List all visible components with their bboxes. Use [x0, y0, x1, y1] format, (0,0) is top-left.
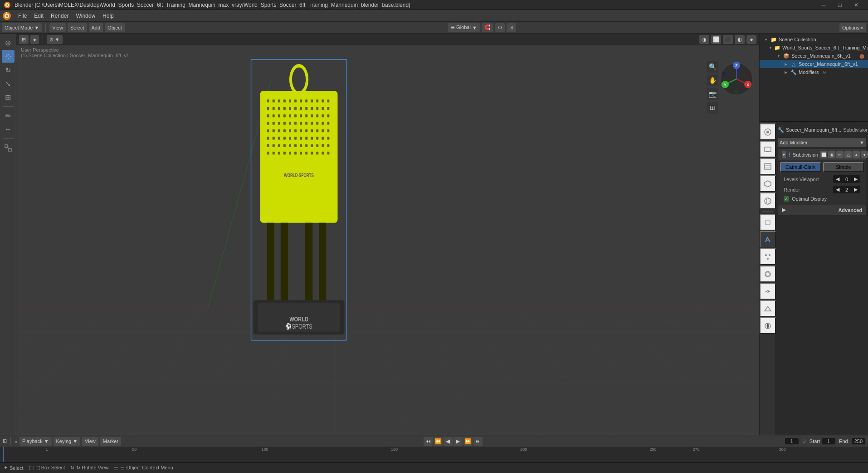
grid-view-button[interactable]: ⊞ — [707, 102, 718, 113]
outliner-modifiers[interactable]: ▶ 🔧 Modifiers ⊙ — [760, 68, 868, 76]
outliner-mesh-object[interactable]: ▶ △ Soccer_Mannequin_6ft_v1 — [760, 60, 868, 68]
menu-edit[interactable]: Edit — [30, 11, 47, 21]
view-menu-button[interactable]: View — [49, 23, 66, 32]
catmull-clark-button[interactable]: Catmull-Clark — [780, 162, 821, 172]
jump-start-button[interactable]: ⏮ — [424, 437, 433, 446]
transform-tool[interactable]: ⊞ — [2, 91, 15, 103]
add-menu-button[interactable]: Add — [89, 23, 103, 32]
editor-type-button[interactable]: ⊞ — [19, 35, 29, 44]
jump-end-button[interactable]: ⏭ — [473, 437, 483, 446]
tick-100: 100 — [262, 447, 268, 452]
start-frame-display[interactable]: 1 — [822, 438, 835, 444]
viewport-shading-solid[interactable]: ● — [30, 35, 39, 44]
camera-button[interactable]: 📷 — [707, 88, 718, 100]
menu-file[interactable]: File — [15, 11, 30, 21]
move-tool[interactable] — [2, 50, 15, 63]
modifier-icon-button[interactable]: 🔧 — [778, 125, 784, 135]
add-modifier-button[interactable]: Add Modifier ▼ — [778, 138, 866, 147]
levels-viewport-value[interactable]: ◀ 0 ▶ — [833, 175, 860, 183]
timeline-view-button[interactable]: View — [82, 437, 98, 446]
simple-button[interactable]: Simple — [823, 162, 864, 172]
current-frame-display[interactable]: 1 — [785, 438, 799, 444]
close-button[interactable]: ✕ — [848, 0, 864, 10]
optimal-display-checkbox[interactable]: ✓ — [784, 196, 789, 202]
menu-help[interactable]: Help — [99, 11, 117, 21]
prop-tab-modifier[interactable] — [760, 231, 776, 247]
measure-tool[interactable]: ↔ — [2, 123, 15, 136]
outliner-world-sports-collection[interactable]: ▼ 📁 World_Sports_Soccer_6ft_Training_Man… — [760, 44, 868, 52]
tick-250: 250 — [650, 447, 657, 452]
prop-tab-render[interactable] — [760, 123, 776, 140]
search-viewport-button[interactable]: 🔍 — [707, 61, 718, 73]
play-reverse-button[interactable]: ◀ — [444, 437, 453, 446]
marker-button[interactable]: Marker — [100, 437, 121, 446]
modifier-realtime-button[interactable]: ⬜ — [820, 151, 827, 158]
proportional-edit-button[interactable]: ⊙ — [495, 23, 505, 32]
modifier-edit-button[interactable]: ✏ — [836, 151, 844, 158]
global-button[interactable]: ⊕ Global ▼ — [448, 23, 480, 32]
prop-tab-scene[interactable] — [760, 175, 776, 192]
play-button[interactable]: ▶ — [454, 437, 463, 446]
modifier-expand-button[interactable]: ▼ — [782, 151, 786, 158]
svg-rect-114 — [289, 144, 291, 147]
prop-tab-constraints[interactable] — [760, 283, 776, 299]
prop-tab-output[interactable] — [760, 141, 776, 157]
prev-keyframe-button[interactable]: ⏪ — [434, 437, 443, 446]
rotate-tool[interactable]: ↻ — [2, 64, 15, 76]
material-preview-btn[interactable]: ◐ — [735, 35, 745, 44]
cursor-tool[interactable]: ⊕ — [2, 36, 15, 49]
menu-window[interactable]: Window — [72, 11, 99, 21]
active-object-name: Soccer_Mannequin_6ft... — [786, 127, 841, 133]
keying-button[interactable]: Keying ▼ — [54, 437, 81, 446]
transform-pivot-button[interactable]: ⊡ — [507, 23, 516, 32]
outliner-mannequin-collection[interactable]: ▼ 📦 Soccer_Mannequin_6ft_v1 ⬤ — [760, 52, 868, 60]
select-menu-button[interactable]: Select — [68, 23, 87, 32]
snap-button[interactable]: 🧲 — [482, 23, 493, 32]
svg-rect-130 — [311, 152, 313, 154]
playback-button[interactable]: Playback ▼ — [20, 437, 52, 446]
overlay-button[interactable]: ⊙ ▼ — [47, 35, 63, 44]
solid-btn[interactable]: ⬛ — [723, 35, 733, 44]
menu-render[interactable]: Render — [47, 11, 72, 21]
rotate-icon: ↻ — [70, 465, 74, 471]
maximize-button[interactable]: □ — [832, 0, 848, 10]
timeline-ruler[interactable]: 1 50 100 150 200 250 275 300 — [0, 447, 868, 463]
minimize-button[interactable]: ─ — [815, 0, 832, 10]
3d-viewport[interactable]: WORLD·SPORTS WORLD ⚽SPORTS ⊞ ● ⊙ ▼ — [16, 34, 759, 435]
prop-tab-particles[interactable] — [760, 248, 776, 265]
wireframe-btn[interactable]: ⬜ — [711, 35, 721, 44]
prop-tab-view-layer[interactable] — [760, 158, 776, 174]
prop-tab-object[interactable] — [760, 214, 776, 230]
prop-tab-world[interactable] — [760, 192, 776, 209]
end-frame-display[interactable]: 250 — [852, 438, 865, 444]
svg-point-168 — [765, 254, 767, 256]
advanced-header[interactable]: ▶ Advanced — [778, 205, 866, 215]
hand-tool-button[interactable]: ✋ — [707, 74, 718, 86]
add-object-tool[interactable] — [2, 142, 15, 154]
svg-rect-108 — [322, 137, 324, 139]
svg-rect-123 — [273, 152, 275, 154]
viewport-shading-mode[interactable]: ◑ — [699, 35, 709, 44]
render-value[interactable]: ◀ 2 ▶ — [833, 186, 860, 193]
modifier-up-button[interactable]: ▲ — [853, 151, 860, 158]
next-keyframe-button[interactable]: ⏩ — [463, 437, 473, 446]
object-menu-button[interactable]: Object — [105, 23, 125, 32]
modifier-down-button[interactable]: ▼ — [861, 151, 868, 158]
global-arrow-icon: ▼ — [472, 25, 477, 30]
prop-tab-data[interactable] — [760, 300, 776, 316]
mannequin-collection-label: Soccer_Mannequin_6ft_v1 — [791, 53, 851, 59]
options-button[interactable]: Options » — [839, 23, 866, 32]
modifier-render-button[interactable]: ◉ — [828, 151, 835, 158]
annotate-tool[interactable]: ✏ — [2, 109, 15, 122]
scale-tool[interactable]: ⤡ — [2, 77, 15, 90]
left-toolbar-separator-1 — [3, 106, 14, 107]
modifier-cage-button[interactable]: △ — [844, 151, 852, 158]
outliner-scene-collection[interactable]: ▼ 📁 Scene Collection — [760, 35, 868, 44]
object-mode-button[interactable]: Object Mode ▼ — [2, 23, 42, 32]
prop-tab-material[interactable] — [760, 317, 776, 334]
navigation-gizmo[interactable]: Z X Y — [718, 61, 755, 97]
prop-tab-physics[interactable] — [760, 266, 776, 282]
svg-rect-92 — [300, 129, 302, 132]
render-preview-btn[interactable]: ● — [746, 35, 756, 44]
svg-rect-54 — [289, 107, 291, 110]
